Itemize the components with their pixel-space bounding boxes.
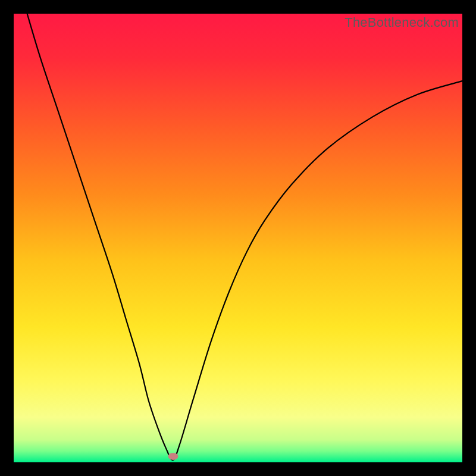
bottleneck-curve [14,14,462,462]
optimal-marker [168,453,178,460]
watermark-text: TheBottleneck.com [345,15,459,30]
plot-frame: TheBottleneck.com [14,14,462,462]
